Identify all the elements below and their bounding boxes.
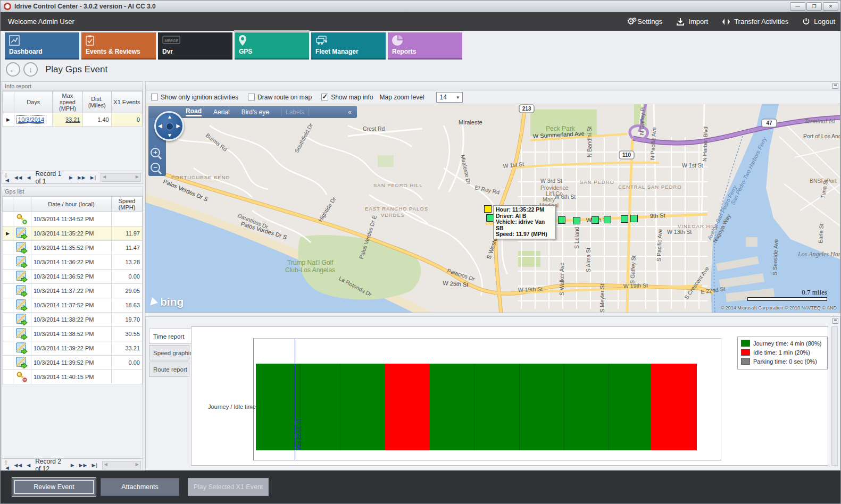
checkbox-draw-route-on-map[interactable]: Draw route on map [248,94,312,101]
gps-list-row[interactable]: 10/3/2014 11:35:52 PM11.47 [3,241,143,255]
map-style-road[interactable]: Road [186,107,202,116]
gps-date-cell: 10/3/2014 11:36:52 PM [31,270,111,284]
pan-right-icon[interactable]: ▶ [176,123,180,129]
tab-route-report[interactable]: Route report [149,362,189,377]
gps-list-row[interactable]: 10/3/2014 11:37:22 PM29.05 [3,284,143,298]
gps-point-marker[interactable] [630,215,638,222]
bing-map[interactable]: 21311047 Burma RdSouthfield DrCrest RdMi… [145,104,840,313]
gps-point-marker[interactable] [558,216,565,224]
tab-time-report[interactable]: Time report [149,329,191,344]
pager-fastprev-icon[interactable]: ◀◀ [14,175,23,180]
review-event-button[interactable]: Review Event [12,478,96,496]
col-max-speed[interactable]: Max speed (MPH) [53,91,82,113]
gps-point-marker[interactable] [604,216,611,223]
gps-list-row[interactable]: 10/3/2014 11:34:52 PM [3,212,143,226]
map-style-labels[interactable]: Labels [281,108,309,116]
map-label: Earle St [817,223,825,243]
gps-list-row[interactable]: 10/3/2014 11:39:22 PM33.21 [3,341,143,356]
attachments-button[interactable]: Attachments [101,478,179,496]
nav-tab-dvr[interactable]: MERGEDvr [158,32,232,60]
nav-tab-fleet-manager[interactable]: Fleet Manager [311,32,386,60]
pan-up-icon[interactable]: ▲ [167,114,172,120]
col-days[interactable]: Days [14,91,53,113]
map-compass-control[interactable]: ▲ ▼ ◀ ▶ [154,111,184,141]
vertical-scrollbar[interactable] [831,326,838,466]
pie-chart-icon [392,35,403,48]
gps-point-marker[interactable] [486,214,494,222]
pager-next-icon[interactable]: ▶ [69,175,73,180]
maximize-button[interactable]: ❐ [806,2,822,11]
pager-prev-icon[interactable]: ◀ [27,175,31,180]
minimize-button[interactable]: — [790,2,805,11]
gps-point-marker[interactable] [592,216,599,224]
transfer-activities-button[interactable]: Transfer Activities [722,18,788,26]
col-speed[interactable]: Speed (MPH) [112,197,143,212]
pager-fastnext-icon[interactable]: ▶▶ [78,175,86,180]
close-button[interactable]: ✕ [823,2,838,11]
gps-list-row[interactable]: 10/3/2014 11:36:22 PM13.28 [3,255,143,270]
play-selected-x1-event-button[interactable]: Play Selected X1 Event [188,478,269,496]
day-link[interactable]: 10/3/2014 [16,116,46,123]
pager-last-icon[interactable]: ▶| [91,463,97,468]
gps-list-row[interactable]: 10/3/2014 11:36:52 PM0.00 [3,270,143,284]
map-pin-icon [239,35,246,48]
pager-prev-icon[interactable]: ◀ [27,463,31,468]
svg-text:47: 47 [766,120,772,126]
pager-first-icon[interactable]: |◀ [5,460,10,471]
settings-button[interactable]: ⚙⚙ Settings [627,17,662,26]
nav-tab-dashboard[interactable]: Dashboard [5,32,79,60]
menu-bar: Welcome Admin User ⚙⚙ Settings Import Tr… [1,12,840,31]
logout-button[interactable]: Logout [802,18,835,26]
info-report-row[interactable]: ▶ 10/3/2014 33.21 1.40 0 [3,113,143,127]
zoom-in-icon[interactable]: + [151,148,160,157]
logout-label: Logout [814,18,835,26]
zoom-out-icon[interactable]: − [151,163,160,172]
gps-list-row[interactable]: 10/3/2014 11:39:52 PM0.00 [3,356,143,370]
gps-list-row[interactable]: 10/3/2014 11:38:22 PM19.70 [3,313,143,327]
col-dist[interactable]: Dist. (Miles) [82,91,111,113]
gps-list-row[interactable]: ▶10/3/2014 11:35:22 PM11.97 [3,226,143,241]
pager-fastnext-icon[interactable]: ▶▶ [79,463,88,468]
nav-tab-events-reviews[interactable]: Events & Reviews [81,32,156,60]
down-button[interactable]: ↓ [23,62,38,77]
col-date-hour[interactable]: Date / hour (local) [31,197,111,212]
welcome-text: Welcome Admin User [8,18,74,26]
selected-gps-point-marker[interactable] [484,205,492,213]
toolbar-collapse-icon[interactable]: « [348,108,352,116]
gps-speed-cell: 13.28 [112,255,143,270]
horizontal-scrollbar[interactable] [101,173,141,182]
map-collapse-icon[interactable] [832,83,838,89]
bing-logo[interactable]: bing [151,296,184,308]
checkbox-icon[interactable] [151,94,158,100]
map-style-bird-s-eye[interactable]: Bird's eye [242,108,269,116]
import-button[interactable]: Import [676,18,708,26]
pager-first-icon[interactable]: |◀ [5,172,10,183]
x1-events-value: 0 [111,113,142,127]
gps-list-row[interactable]: 10/3/2014 11:38:52 PM30.55 [3,327,143,341]
gps-list-row[interactable]: 10/3/2014 11:37:52 PM18.63 [3,298,143,313]
checkbox-icon[interactable] [321,94,328,100]
horizontal-scrollbar[interactable] [102,461,141,469]
map-label: W 6th St [554,194,576,200]
pager-fastprev-icon[interactable]: ◀◀ [14,463,22,468]
pan-down-icon[interactable]: ▼ [167,132,172,138]
map-style-aerial[interactable]: Aerial [213,108,230,116]
checkbox-show-only-ignition-activities[interactable]: Show only ignition activities [151,94,238,101]
checkbox-icon[interactable] [248,94,255,100]
gps-speed-cell: 33.21 [112,341,143,356]
pager-last-icon[interactable]: ▶| [90,175,96,180]
map-zoom-level-select[interactable]: 14 [436,92,463,103]
gps-list-row[interactable]: 10/3/2014 11:40:15 PM [3,370,143,384]
col-x1-events[interactable]: X1 Events [111,91,142,113]
pager-next-icon[interactable]: ▶ [71,463,75,468]
back-button[interactable]: ← [6,62,20,77]
gps-point-marker[interactable] [621,215,628,223]
map-label: Port of Los Angel [803,133,840,139]
chart-collapse-icon[interactable] [832,318,838,324]
gps-point-marker[interactable] [573,217,580,224]
tab-speed-graphic[interactable]: Speed graphic [149,345,189,360]
checkbox-show-map-info[interactable]: Show map info [321,94,373,101]
nav-tab-reports[interactable]: Reports [388,32,462,60]
nav-tab-gps[interactable]: GPS [235,32,309,60]
pan-left-icon[interactable]: ◀ [158,123,162,129]
